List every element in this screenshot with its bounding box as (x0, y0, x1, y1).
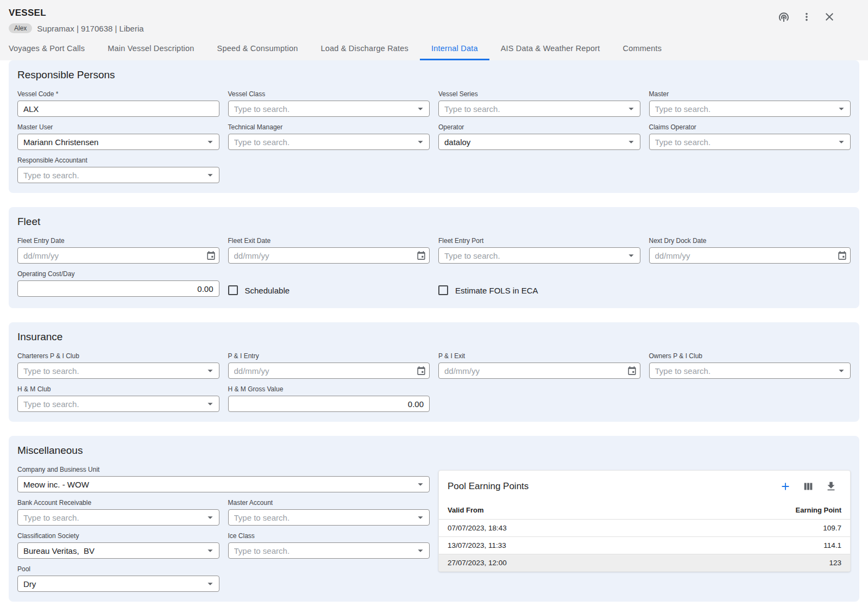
hm-club-input[interactable] (17, 396, 219, 412)
fleet-entry-date-input[interactable] (17, 247, 219, 264)
earning-point-cell: 109.7 (823, 524, 841, 532)
pi-exit-input[interactable] (438, 363, 640, 379)
fleet-entry-port-input[interactable] (438, 247, 640, 264)
charterers-pi-club-input[interactable] (17, 363, 219, 379)
chevron-down-icon[interactable] (414, 103, 426, 115)
tab-voyages-port-calls[interactable]: Voyages & Port Calls (9, 38, 96, 60)
section-miscellaneous: Miscellaneous Company and Business Unit … (9, 436, 859, 602)
hm-gross-value-input[interactable] (228, 396, 430, 412)
chevron-down-icon[interactable] (835, 103, 847, 115)
field-vessel-class: Vessel Class (228, 90, 430, 117)
valid-from-cell: 13/07/2023, 11:33 (448, 541, 506, 549)
ais-signal-icon[interactable] (777, 10, 791, 24)
master-user-input[interactable] (17, 134, 219, 150)
table-row[interactable]: 27/07/2023, 12:00 123 (439, 554, 850, 571)
next-dry-dock-date-input[interactable] (649, 247, 851, 264)
field-vessel-series: Vessel Series (438, 90, 640, 117)
column-valid-from: Valid From (448, 506, 483, 514)
tab-load-discharge-rates[interactable]: Load & Discharge Rates (309, 38, 420, 60)
chevron-down-icon[interactable] (414, 511, 426, 523)
chevron-down-icon[interactable] (835, 365, 847, 377)
chevron-down-icon[interactable] (414, 136, 426, 148)
chevron-down-icon[interactable] (414, 545, 426, 557)
bank-account-receivable-input[interactable] (17, 509, 219, 526)
add-row-icon[interactable] (779, 480, 791, 492)
field-ice-class: Ice Class (228, 532, 430, 559)
tab-speed-consumption[interactable]: Speed & Consumption (206, 38, 310, 60)
field-master-user: Master User (17, 123, 219, 150)
claims-operator-input[interactable] (649, 134, 851, 150)
field-master: Master (649, 90, 851, 117)
field-schedulable: Schedulable (228, 282, 430, 298)
chevron-down-icon[interactable] (625, 136, 637, 148)
miscellaneous-fields: Company and Business Unit Bank Account R… (17, 466, 430, 592)
section-title-insurance: Insurance (17, 331, 851, 343)
calendar-icon[interactable] (416, 251, 426, 261)
table-row[interactable]: 13/07/2023, 11:33 114.1 (439, 537, 850, 554)
chevron-down-icon[interactable] (625, 249, 637, 261)
kebab-menu-icon[interactable] (800, 10, 814, 24)
field-bank-account-receivable: Bank Account Receivable (17, 499, 219, 526)
chevron-down-icon[interactable] (204, 136, 216, 148)
field-hm-club: H & M Club (17, 385, 219, 412)
owners-pi-club-input[interactable] (649, 363, 851, 379)
schedulable-checkbox[interactable] (228, 285, 238, 295)
field-vessel-code: Vessel Code * (17, 90, 219, 117)
chevron-down-icon[interactable] (835, 136, 847, 148)
schedulable-label: Schedulable (245, 286, 290, 295)
estimate-fols-checkbox[interactable] (438, 285, 448, 295)
pi-entry-input[interactable] (228, 363, 430, 379)
vessel-code-input[interactable] (17, 101, 219, 117)
valid-from-cell: 27/07/2023, 12:00 (448, 559, 507, 567)
chevron-down-icon[interactable] (204, 169, 216, 181)
page-title: VESSEL (9, 8, 868, 18)
field-pi-exit: P & I Exit (438, 352, 640, 379)
chevron-down-icon[interactable] (414, 478, 426, 490)
field-operator: Operator (438, 123, 640, 150)
download-icon[interactable] (825, 480, 837, 492)
header-actions (777, 10, 836, 24)
responsible-accountant-input[interactable] (17, 167, 219, 183)
operator-input[interactable] (438, 134, 640, 150)
columns-icon[interactable] (802, 480, 814, 492)
column-earning-point: Earning Point (796, 506, 842, 514)
tab-internal-data[interactable]: Internal Data (420, 38, 489, 60)
chevron-down-icon[interactable] (204, 545, 216, 557)
table-row[interactable]: 07/07/2023, 18:43 109.7 (439, 520, 850, 537)
calendar-icon[interactable] (837, 251, 847, 261)
classification-society-input[interactable] (17, 542, 219, 559)
field-operating-cost-day: Operating Cost/Day (17, 270, 219, 298)
close-icon[interactable] (822, 10, 836, 24)
vessel-class-input[interactable] (228, 101, 430, 117)
field-hm-gross-value: H & M Gross Value (228, 385, 430, 412)
field-owners-pi-club: Owners P & I Club (649, 352, 851, 379)
company-business-unit-input[interactable] (17, 476, 430, 492)
chevron-down-icon[interactable] (204, 365, 216, 377)
calendar-icon[interactable] (416, 366, 426, 376)
chevron-down-icon[interactable] (204, 398, 216, 410)
calendar-icon[interactable] (627, 366, 637, 376)
tab-comments[interactable]: Comments (612, 38, 674, 60)
operating-cost-day-input[interactable] (17, 280, 219, 297)
pool-earning-points-title: Pool Earning Points (448, 481, 529, 492)
section-insurance: Insurance Charterers P & I Club P & I En… (9, 322, 859, 422)
master-account-input[interactable] (228, 509, 430, 526)
pool-input[interactable] (17, 576, 219, 592)
tab-ais-data-weather-report[interactable]: AIS Data & Weather Report (489, 38, 612, 60)
ice-class-input[interactable] (228, 542, 430, 559)
technical-manager-input[interactable] (228, 134, 430, 150)
chevron-down-icon[interactable] (204, 511, 216, 523)
fleet-exit-date-input[interactable] (228, 247, 430, 264)
field-charterers-pi-club: Charterers P & I Club (17, 352, 219, 379)
section-responsible-persons: Responsible Persons Vessel Code * Vessel… (9, 60, 859, 193)
field-responsible-accountant: Responsible Accountant (17, 157, 219, 183)
earning-point-cell: 114.1 (823, 541, 841, 549)
tab-bar: Voyages & Port Calls Main Vessel Descrip… (9, 38, 868, 60)
vessel-series-input[interactable] (438, 101, 640, 117)
chevron-down-icon[interactable] (204, 578, 216, 590)
master-input[interactable] (649, 101, 851, 117)
calendar-icon[interactable] (206, 251, 216, 261)
tab-main-vessel-description[interactable]: Main Vessel Description (96, 38, 205, 60)
pool-earning-points-actions (779, 480, 837, 492)
chevron-down-icon[interactable] (625, 103, 637, 115)
